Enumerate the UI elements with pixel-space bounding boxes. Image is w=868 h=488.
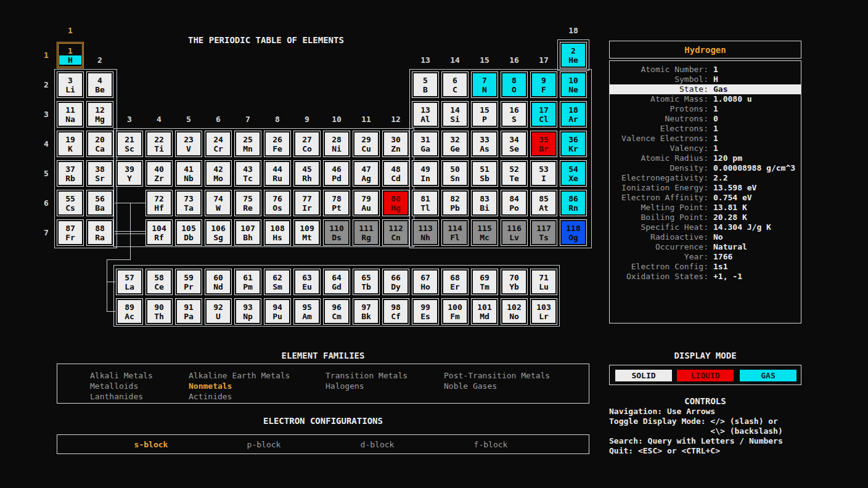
element-cell-nd[interactable]: 60Nd bbox=[205, 269, 232, 295]
element-cell-pd[interactable]: 46Pd bbox=[323, 160, 350, 187]
element-cell-pm[interactable]: 61Pm bbox=[234, 269, 261, 295]
family-item-metalloids[interactable]: Metalloids bbox=[90, 381, 138, 391]
element-cell-ho[interactable]: 67Ho bbox=[412, 269, 439, 295]
element-cell-h[interactable]: 1H bbox=[57, 42, 84, 68]
element-cell-f[interactable]: 9F bbox=[530, 71, 557, 98]
element-cell-sg[interactable]: 106Sg bbox=[205, 219, 232, 246]
element-cell-eu[interactable]: 63Eu bbox=[293, 269, 321, 295]
display-mode-gas-button[interactable]: GAS bbox=[740, 370, 796, 381]
element-cell-zn[interactable]: 30Zn bbox=[382, 131, 409, 157]
element-cell-si[interactable]: 14Si bbox=[441, 101, 469, 128]
element-cell-rb[interactable]: 37Rb bbox=[57, 160, 84, 187]
element-cell-cs[interactable]: 55Cs bbox=[57, 190, 84, 216]
element-cell-yb[interactable]: 70Yb bbox=[501, 269, 528, 295]
element-cell-hs[interactable]: 108Hs bbox=[264, 219, 291, 246]
family-item-alkali-metals[interactable]: Alkali Metals bbox=[90, 371, 153, 380]
element-cell-li[interactable]: 3Li bbox=[57, 71, 84, 98]
element-cell-n[interactable]: 7N bbox=[471, 71, 498, 98]
element-cell-hf[interactable]: 72Hf bbox=[145, 190, 173, 216]
element-cell-th[interactable]: 90Th bbox=[145, 298, 173, 325]
element-cell-og[interactable]: 118Og bbox=[560, 219, 587, 246]
element-cell-s[interactable]: 16S bbox=[501, 101, 528, 128]
family-item-nonmetals[interactable]: Nonmetals bbox=[189, 381, 232, 391]
family-item-post-transition-metals[interactable]: Post-Transition Metals bbox=[444, 371, 550, 380]
config-item-d-block[interactable]: d-block bbox=[361, 440, 395, 449]
element-cell-mo[interactable]: 42Mo bbox=[205, 160, 232, 187]
family-item-noble-gases[interactable]: Noble Gases bbox=[444, 381, 497, 391]
element-cell-lr[interactable]: 103Lr bbox=[530, 298, 557, 325]
element-cell-w[interactable]: 74W bbox=[205, 190, 232, 216]
element-cell-in[interactable]: 49In bbox=[412, 160, 439, 187]
element-cell-cr[interactable]: 24Cr bbox=[205, 131, 232, 157]
element-cell-as[interactable]: 33As bbox=[471, 131, 498, 157]
display-mode-liquid-button[interactable]: LIQUID bbox=[677, 370, 734, 381]
element-cell-ru[interactable]: 44Ru bbox=[264, 160, 291, 187]
element-cell-lu[interactable]: 71Lu bbox=[530, 269, 557, 295]
element-cell-os[interactable]: 76Os bbox=[264, 190, 291, 216]
element-cell-gd[interactable]: 64Gd bbox=[323, 269, 350, 295]
element-cell-sm[interactable]: 62Sm bbox=[264, 269, 291, 295]
element-cell-mn[interactable]: 25Mn bbox=[234, 131, 261, 157]
element-cell-ta[interactable]: 73Ta bbox=[175, 190, 202, 216]
element-cell-ne[interactable]: 10Ne bbox=[560, 71, 587, 98]
element-cell-pu[interactable]: 94Pu bbox=[264, 298, 291, 325]
element-cell-ga[interactable]: 31Ga bbox=[412, 131, 439, 157]
element-cell-be[interactable]: 4Be bbox=[86, 71, 113, 98]
config-item-s-block[interactable]: s-block bbox=[134, 440, 168, 449]
element-cell-ir[interactable]: 77Ir bbox=[293, 190, 321, 216]
family-item-halogens[interactable]: Halogens bbox=[326, 381, 364, 391]
element-cell-dy[interactable]: 66Dy bbox=[382, 269, 409, 295]
element-cell-cm[interactable]: 96Cm bbox=[323, 298, 350, 325]
element-cell-ce[interactable]: 58Ce bbox=[145, 269, 173, 295]
element-cell-fl[interactable]: 114Fl bbox=[441, 219, 469, 246]
element-cell-bh[interactable]: 107Bh bbox=[234, 219, 261, 246]
element-cell-at[interactable]: 85At bbox=[530, 190, 557, 216]
element-cell-b[interactable]: 5B bbox=[412, 71, 439, 98]
element-cell-pr[interactable]: 59Pr bbox=[175, 269, 202, 295]
element-cell-ts[interactable]: 117Ts bbox=[530, 219, 557, 246]
element-cell-rf[interactable]: 104Rf bbox=[145, 219, 173, 246]
element-cell-am[interactable]: 95Am bbox=[293, 298, 321, 325]
element-cell-y[interactable]: 39Y bbox=[116, 160, 143, 187]
element-cell-md[interactable]: 101Md bbox=[471, 298, 498, 325]
element-cell-mc[interactable]: 115Mc bbox=[471, 219, 498, 246]
element-cell-tb[interactable]: 65Tb bbox=[353, 269, 380, 295]
element-cell-ge[interactable]: 32Ge bbox=[441, 131, 469, 157]
element-cell-db[interactable]: 105Db bbox=[175, 219, 202, 246]
element-cell-lv[interactable]: 116Lv bbox=[501, 219, 528, 246]
element-cell-tl[interactable]: 81Tl bbox=[412, 190, 439, 216]
element-cell-ar[interactable]: 18Ar bbox=[560, 101, 587, 128]
element-cell-po[interactable]: 84Po bbox=[501, 190, 528, 216]
element-cell-ca[interactable]: 20Ca bbox=[86, 131, 113, 157]
element-cell-v[interactable]: 23V bbox=[175, 131, 202, 157]
element-cell-al[interactable]: 13Al bbox=[412, 101, 439, 128]
element-cell-ba[interactable]: 56Ba bbox=[86, 190, 113, 216]
element-cell-rh[interactable]: 45Rh bbox=[293, 160, 321, 187]
element-cell-na[interactable]: 11Na bbox=[57, 101, 84, 128]
element-cell-ti[interactable]: 22Ti bbox=[145, 131, 173, 157]
element-cell-pb[interactable]: 82Pb bbox=[441, 190, 469, 216]
element-cell-sn[interactable]: 50Sn bbox=[441, 160, 469, 187]
element-cell-hg[interactable]: 80Hg bbox=[382, 190, 409, 216]
family-item-actinides[interactable]: Actinides bbox=[189, 392, 232, 401]
element-cell-rn[interactable]: 86Rn bbox=[560, 190, 587, 216]
element-cell-ag[interactable]: 47Ag bbox=[353, 160, 380, 187]
element-cell-ni[interactable]: 28Ni bbox=[323, 131, 350, 157]
element-cell-rg[interactable]: 111Rg bbox=[353, 219, 380, 246]
element-cell-np[interactable]: 93Np bbox=[234, 298, 261, 325]
element-cell-cf[interactable]: 98Cf bbox=[382, 298, 409, 325]
element-cell-la[interactable]: 57La bbox=[116, 269, 143, 295]
element-cell-c[interactable]: 6C bbox=[441, 71, 469, 98]
element-cell-au[interactable]: 79Au bbox=[353, 190, 380, 216]
element-cell-o[interactable]: 8O bbox=[501, 71, 528, 98]
element-cell-bk[interactable]: 97Bk bbox=[353, 298, 380, 325]
element-cell-mg[interactable]: 12Mg bbox=[86, 101, 113, 128]
element-cell-cd[interactable]: 48Cd bbox=[382, 160, 409, 187]
display-mode-solid-button[interactable]: SOLID bbox=[615, 370, 672, 381]
element-cell-p[interactable]: 15P bbox=[471, 101, 498, 128]
element-cell-ds[interactable]: 110Ds bbox=[323, 219, 350, 246]
element-cell-fe[interactable]: 26Fe bbox=[264, 131, 291, 157]
element-cell-nb[interactable]: 41Nb bbox=[175, 160, 202, 187]
element-cell-kr[interactable]: 36Kr bbox=[560, 131, 587, 157]
element-cell-tm[interactable]: 69Tm bbox=[471, 269, 498, 295]
